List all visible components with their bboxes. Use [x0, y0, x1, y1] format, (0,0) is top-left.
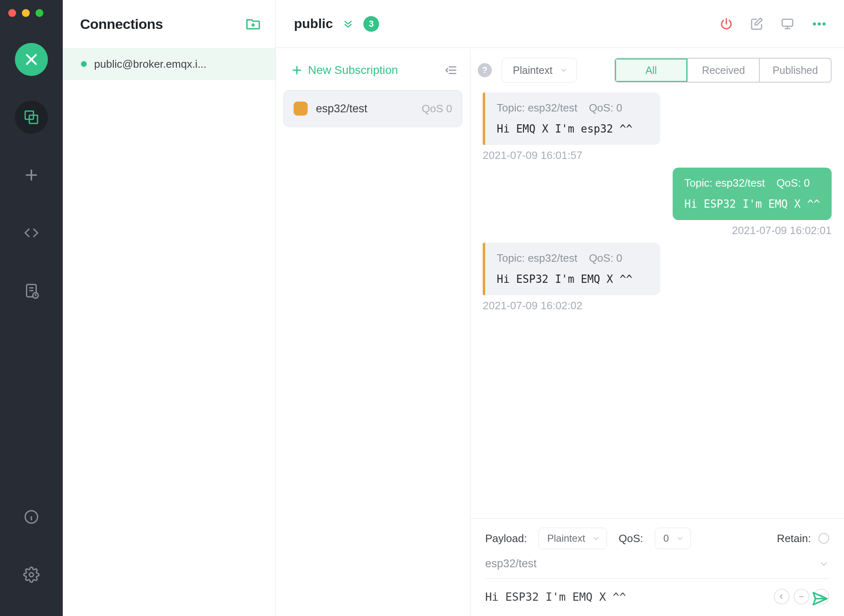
- chevron-down-icon: [592, 534, 601, 543]
- svg-point-8: [818, 22, 821, 26]
- subscriptions-column: New Subscription esp32/test QoS 0: [276, 48, 470, 616]
- publish-payload-input[interactable]: Hi ESP32 I'm EMQ X ^^: [485, 590, 766, 603]
- app-root: Connections public@broker.emqx.i... publ…: [0, 0, 844, 616]
- close-window-button[interactable]: [8, 9, 16, 17]
- message-filter-tabs: All Received Published: [614, 58, 832, 83]
- filter-tab-received[interactable]: Received: [687, 59, 759, 82]
- chevron-down-icon: [676, 534, 685, 543]
- messages-column: ? Plaintext All Received Published: [470, 48, 844, 616]
- nav-settings[interactable]: [15, 558, 48, 591]
- nav-logs[interactable]: [15, 274, 48, 307]
- nav-new[interactable]: [15, 159, 48, 192]
- publish-bar: Payload: Plaintext QoS: 0 Retain:: [470, 518, 844, 616]
- message-topic: Topic: esp32/test: [497, 102, 577, 114]
- message-timestamp: 2021-07-09 16:02:01: [732, 224, 832, 237]
- message-item: Topic: esp32/test QoS: 0 Hi EMQ X I'm es…: [483, 92, 832, 162]
- filter-tab-all[interactable]: All: [615, 59, 687, 82]
- qos-value: 0: [664, 533, 669, 544]
- payload-format-select[interactable]: Plaintext: [538, 528, 607, 549]
- window-controls: [8, 9, 43, 17]
- payload-label: Payload:: [485, 532, 527, 545]
- message-qos: QoS: 0: [589, 252, 622, 265]
- connection-status-dot: [81, 61, 87, 67]
- nav-info[interactable]: [15, 500, 48, 533]
- help-icon[interactable]: ?: [478, 63, 492, 77]
- message-body: Hi ESP32 I'm EMQ X ^^: [497, 273, 649, 285]
- history-prev-button[interactable]: [774, 589, 789, 604]
- payload-format-value: Plaintext: [547, 533, 585, 544]
- message-bubble-received: Topic: esp32/test QoS: 0 Hi EMQ X I'm es…: [483, 92, 660, 145]
- active-connection-title: public: [294, 16, 333, 31]
- message-body: Hi ESP32 I'm EMQ X ^^: [684, 198, 820, 210]
- new-subscription-label: New Subscription: [308, 64, 398, 77]
- disconnect-button[interactable]: [719, 17, 733, 31]
- retain-toggle[interactable]: [818, 533, 829, 544]
- message-topic: Topic: esp32/test: [684, 177, 765, 190]
- more-menu-button[interactable]: [811, 16, 827, 32]
- connection-name: public@broker.emqx.i...: [94, 58, 206, 71]
- message-qos: QoS: 0: [589, 102, 622, 114]
- retain-label: Retain:: [777, 532, 811, 545]
- content-split: New Subscription esp32/test QoS 0 ?: [276, 48, 844, 616]
- connection-item[interactable]: public@broker.emqx.i...: [63, 48, 275, 80]
- expand-connection-icon[interactable]: [342, 18, 354, 30]
- chevron-down-icon: [559, 66, 568, 75]
- message-bubble-received: Topic: esp32/test QoS: 0 Hi ESP32 I'm EM…: [483, 243, 660, 295]
- message-timestamp: 2021-07-09 16:02:02: [483, 299, 832, 312]
- new-connection-button[interactable]: [245, 16, 261, 32]
- message-item: Topic: esp32/test QoS: 0 Hi ESP32 I'm EM…: [483, 243, 832, 312]
- subscription-item[interactable]: esp32/test QoS 0: [283, 90, 462, 127]
- display-format-select[interactable]: Plaintext: [502, 58, 577, 83]
- messages-scroll[interactable]: Topic: esp32/test QoS: 0 Hi EMQ X I'm es…: [470, 88, 844, 518]
- connections-title: Connections: [80, 16, 163, 32]
- svg-point-5: [29, 573, 33, 577]
- message-timestamp: 2021-07-09 16:01:57: [483, 149, 832, 162]
- subscription-qos: QoS 0: [422, 102, 452, 115]
- svg-rect-6: [782, 19, 793, 26]
- send-button[interactable]: [811, 590, 829, 608]
- connections-header: Connections: [63, 0, 275, 48]
- connection-topbar: public 3: [276, 0, 844, 48]
- messages-header: ? Plaintext All Received Published: [470, 48, 844, 88]
- display-format-value: Plaintext: [513, 64, 552, 76]
- message-topic: Topic: esp32/test: [497, 252, 577, 265]
- minimize-window-button[interactable]: [22, 9, 30, 17]
- svg-point-9: [823, 22, 826, 26]
- filter-tab-published[interactable]: Published: [759, 59, 831, 82]
- nav-connections[interactable]: [15, 101, 48, 134]
- collapse-subs-button[interactable]: [444, 64, 458, 77]
- nav-scripts[interactable]: [15, 216, 48, 249]
- message-bubble-sent: Topic: esp32/test QoS: 0 Hi ESP32 I'm EM…: [673, 168, 832, 220]
- zoom-window-button[interactable]: [36, 9, 43, 17]
- message-qos: QoS: 0: [776, 177, 810, 190]
- qos-label: QoS:: [619, 532, 643, 545]
- message-count-badge: 3: [363, 16, 379, 32]
- message-body: Hi EMQ X I'm esp32 ^^: [497, 123, 649, 135]
- svg-point-7: [813, 22, 816, 26]
- publish-topic-value: esp32/test: [485, 557, 537, 570]
- nav-rail: [0, 0, 63, 616]
- chevron-down-icon: [818, 559, 829, 569]
- history-clear-button[interactable]: [794, 589, 809, 604]
- monitor-button[interactable]: [780, 17, 794, 31]
- message-item: Topic: esp32/test QoS: 0 Hi ESP32 I'm EM…: [483, 168, 832, 237]
- app-logo: [15, 43, 48, 76]
- edit-connection-button[interactable]: [750, 17, 764, 31]
- subscription-color-swatch: [294, 102, 308, 116]
- qos-select[interactable]: 0: [655, 528, 691, 549]
- new-subscription-button[interactable]: New Subscription: [291, 64, 398, 77]
- publish-topic-input[interactable]: esp32/test: [485, 555, 829, 579]
- main-area: public 3: [276, 0, 844, 616]
- subscription-topic: esp32/test: [316, 102, 413, 115]
- connections-panel: Connections public@broker.emqx.i...: [63, 0, 276, 616]
